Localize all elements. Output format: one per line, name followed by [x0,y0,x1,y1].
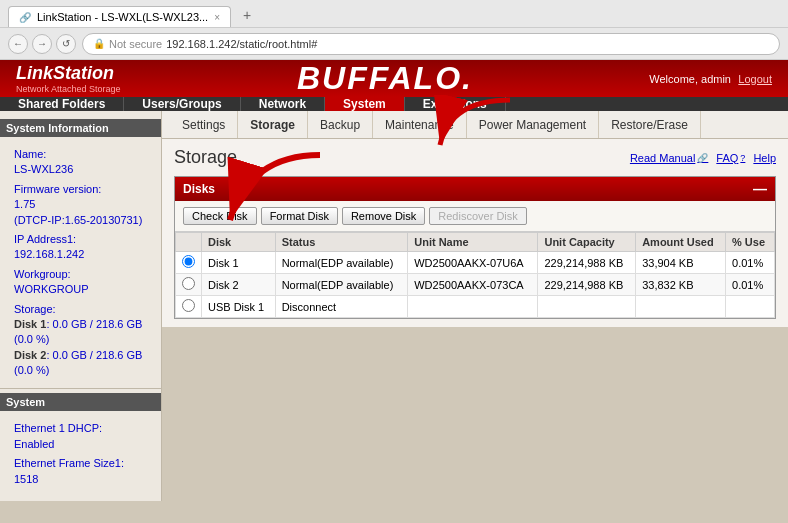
format-disk-button[interactable]: Format Disk [261,207,338,225]
sidebar-system-info: Name: LS-WXL236 Firmware version: 1.75 (… [0,141,161,384]
sidebar-storage-label: Storage: Disk 1: 0.0 GB / 218.6 GB (0.0 … [8,300,153,381]
logo-area: LinkStation Network Attached Storage [16,63,121,94]
sidebar-frame-label: Ethernet Frame Size1: 1518 [8,454,153,489]
not-secure-label: Not secure [109,38,162,50]
disk-status-2: Disconnect [275,296,408,318]
disk-unit-name-0: WD2500AAKX-07U6A [408,252,538,274]
disk-percent-1: 0.01% [726,274,775,296]
subnav-maintenance[interactable]: Maintenance [373,111,467,138]
sidebar-system-section: Ethernet 1 DHCP: Enabled Ethernet Frame … [0,415,161,493]
disk-name-2: USB Disk 1 [202,296,276,318]
disk-amount-used-1: 33,832 KB [636,274,726,296]
subnav-backup[interactable]: Backup [308,111,373,138]
col-disk: Disk [202,233,276,252]
welcome-area: Welcome, admin Logout [649,72,772,86]
disk-name-0: Disk 1 [202,252,276,274]
subnav-storage[interactable]: Storage [238,111,308,138]
disk-capacity-2 [538,296,636,318]
tab-favicon: 🔗 [19,12,31,23]
lock-icon: 🔒 [93,38,105,49]
browser-chrome: 🔗 LinkStation - LS-WXL(LS-WXL23... × + ←… [0,0,788,60]
page-title: Storage [174,147,237,168]
external-link-icon: 🔗 [697,153,708,163]
sidebar: System Information Name: LS-WXL236 Firmw… [0,111,162,501]
disk-percent-2 [726,296,775,318]
table-row: Disk 2 Normal(EDP available) WD2500AAKX-… [176,274,775,296]
logout-link[interactable]: Logout [738,73,772,85]
logo-title: LinkStation [16,63,121,84]
faq-icon: ? [740,153,745,163]
minimize-button[interactable]: — [753,181,767,197]
table-header-row: Disk Status Unit Name Unit Capacity Amou… [176,233,775,252]
disk-status-1: Normal(EDP available) [275,274,408,296]
read-manual-link[interactable]: Read Manual 🔗 [630,152,708,164]
tab-title: LinkStation - LS-WXL(LS-WXL23... [37,11,208,23]
nav-system[interactable]: System [325,97,405,111]
col-percent-use: % Use [726,233,775,252]
back-button[interactable]: ← [8,34,28,54]
disk-radio-0[interactable] [176,252,202,274]
app-header: LinkStation Network Attached Storage BUF… [0,60,788,97]
sidebar-firmware-label: Firmware version: 1.75 (DTCP-IP:1.65-201… [8,180,153,230]
main-content: Settings Storage Backup Maintenance Powe… [162,111,788,501]
disk-amount-used-0: 33,904 KB [636,252,726,274]
page-header: Storage Read Manual 🔗 FAQ ? Help [174,147,776,168]
disk-percent-0: 0.01% [726,252,775,274]
col-status: Status [275,233,408,252]
page-links: Read Manual 🔗 FAQ ? Help [630,152,776,164]
reload-button[interactable]: ↺ [56,34,76,54]
disk-radio-2[interactable] [176,296,202,318]
disks-section-header: Disks — [175,177,775,201]
disk-name-1: Disk 2 [202,274,276,296]
sidebar-section-title-system-info: System Information [0,119,161,137]
disk-capacity-0: 229,214,988 KB [538,252,636,274]
content-area: System Information Name: LS-WXL236 Firmw… [0,111,788,501]
help-link[interactable]: Help [753,152,776,164]
col-radio [176,233,202,252]
disks-controls: Check Disk Format Disk Remove Disk Redis… [175,201,775,232]
faq-link[interactable]: FAQ ? [716,152,745,164]
nav-users-groups[interactable]: Users/Groups [124,97,240,111]
table-row: Disk 1 Normal(EDP available) WD2500AAKX-… [176,252,775,274]
disk-amount-used-2 [636,296,726,318]
main-navigation: Shared Folders Users/Groups Network Syst… [0,97,788,111]
sidebar-name-label: Name: LS-WXL236 [8,145,153,180]
nav-shared-folders[interactable]: Shared Folders [0,97,124,111]
sidebar-ip-label: IP Address1: 192.168.1.242 [8,230,153,265]
disk-unit-name-1: WD2500AAKX-073CA [408,274,538,296]
logo-subtitle: Network Attached Storage [16,84,121,94]
app-container: LinkStation Network Attached Storage BUF… [0,60,788,491]
disk-unit-name-2 [408,296,538,318]
disks-title: Disks [183,182,215,196]
rediscover-disk-button[interactable]: Rediscover Disk [429,207,526,225]
col-amount-used: Amount Used [636,233,726,252]
check-disk-button[interactable]: Check Disk [183,207,257,225]
sidebar-divider [0,388,161,389]
nav-network[interactable]: Network [241,97,325,111]
browser-tab[interactable]: 🔗 LinkStation - LS-WXL(LS-WXL23... × [8,6,231,27]
sidebar-ethernet-label: Ethernet 1 DHCP: Enabled [8,419,153,454]
tab-close-btn[interactable]: × [214,12,220,23]
forward-button[interactable]: → [32,34,52,54]
sidebar-workgroup-label: Workgroup: WORKGROUP [8,265,153,300]
subnav-restore-erase[interactable]: Restore/Erase [599,111,701,138]
buffalo-logo: BUFFALO. [297,60,473,97]
new-tab-button[interactable]: + [235,5,259,25]
url-text: 192.168.1.242/static/root.html# [166,38,317,50]
disks-section: Disks — Check Disk Format Disk Remove Di… [174,176,776,319]
disk-table: Disk Status Unit Name Unit Capacity Amou… [175,232,775,318]
welcome-text: Welcome, admin [649,73,731,85]
disk-radio-1[interactable] [176,274,202,296]
disk-status-0: Normal(EDP available) [275,252,408,274]
sub-navigation: Settings Storage Backup Maintenance Powe… [162,111,788,139]
nav-extensions[interactable]: Extensions [405,97,506,111]
col-unit-capacity: Unit Capacity [538,233,636,252]
remove-disk-button[interactable]: Remove Disk [342,207,425,225]
table-row: USB Disk 1 Disconnect [176,296,775,318]
sidebar-section-title-system: System [0,393,161,411]
subnav-power-management[interactable]: Power Management [467,111,599,138]
disk-capacity-1: 229,214,988 KB [538,274,636,296]
disk-table-scroll: Disk Status Unit Name Unit Capacity Amou… [175,232,775,318]
subnav-settings[interactable]: Settings [170,111,238,138]
address-bar-input[interactable]: 🔒 Not secure 192.168.1.242/static/root.h… [82,33,780,55]
